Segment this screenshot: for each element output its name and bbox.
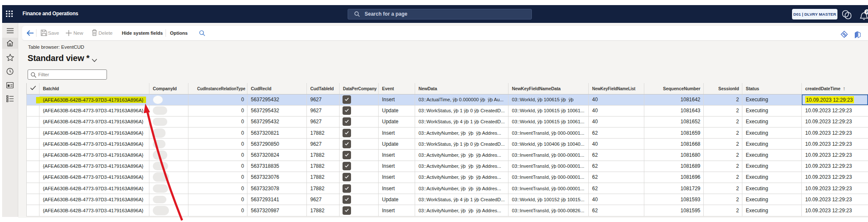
svg-text:2: 2 xyxy=(866,10,868,14)
